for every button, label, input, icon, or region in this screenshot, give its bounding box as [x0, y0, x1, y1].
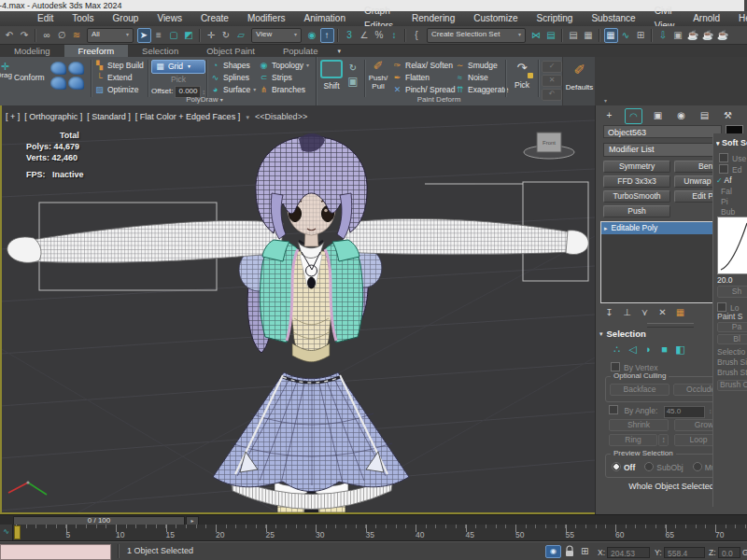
modifier-preset-button[interactable]: FFD 3x3x3 [603, 175, 670, 188]
select-and-move-icon[interactable]: ✛ [204, 28, 218, 43]
viewport-menu[interactable]: [ + ] [6, 113, 20, 122]
select-by-name-icon[interactable]: ≡ [152, 28, 166, 43]
strips-button[interactable]: ⊂Strips [259, 72, 309, 84]
viewport-canvas[interactable]: Front [0, 105, 595, 514]
extend-button[interactable]: └Extend [94, 72, 144, 84]
transform-typein-icon[interactable]: ⊞ [581, 546, 588, 556]
polygon-subobject-icon[interactable]: ■ [656, 343, 672, 355]
menu-item[interactable]: Tools [63, 11, 103, 26]
use-pivot-center-icon[interactable]: ◉ [305, 28, 319, 43]
create-selection-set-dropdown[interactable]: Create Selection Set▾ [427, 28, 526, 43]
track-bar[interactable]: ∿ 0510152025303540455055606570 [0, 525, 747, 541]
menu-item[interactable]: Modifiers [238, 11, 295, 26]
mirror-icon[interactable]: ⋈ [529, 28, 543, 43]
select-link-icon[interactable]: ∞ [40, 28, 54, 43]
conform-closest-icon[interactable] [68, 77, 84, 90]
edge-subobject-icon[interactable]: ◁ [625, 343, 641, 355]
conform-brush-icons[interactable] [49, 61, 91, 91]
menu-item[interactable]: Animation [294, 11, 354, 26]
select-and-manipulate-icon[interactable]: ↑ [320, 28, 334, 43]
paint-deform-group-label[interactable]: Paint Deform [318, 96, 559, 105]
menu-item[interactable]: Views [148, 11, 191, 26]
select-and-rotate-icon[interactable]: ↻ [219, 28, 233, 43]
angle-field[interactable]: 45.0 [664, 406, 705, 418]
panel-resize-grip[interactable] [647, 323, 694, 328]
configure-modifier-sets-icon[interactable]: ▦ [672, 307, 688, 317]
remove-modifier-icon[interactable]: ✕ [655, 307, 670, 317]
display-tab[interactable]: ▤ [697, 108, 712, 122]
step-build-button[interactable]: ▚Step Build [94, 60, 144, 72]
x-coord-field[interactable]: 204.53 [607, 547, 650, 558]
ribbon-tab[interactable]: Object Paint [192, 45, 269, 57]
window-crossing-icon[interactable]: ◩ [182, 28, 196, 43]
reference-coordinate-dropdown[interactable]: View▾ [251, 28, 302, 43]
conform-button[interactable]: Conform [14, 74, 44, 82]
ribbon-tab[interactable]: Freeform [64, 45, 129, 57]
per-view-filter-icon[interactable]: ▼ [245, 115, 250, 121]
lock-softsel-checkbox[interactable]: Lo [717, 302, 747, 313]
menu-item[interactable]: Customize [464, 11, 527, 26]
modifier-preset-button[interactable]: Push [603, 205, 670, 217]
preview-off-radio[interactable]: Off [612, 462, 635, 472]
modifier-preset-button[interactable]: Symmetry [603, 161, 670, 173]
defaults-button[interactable]: ✐ Defaults [562, 57, 596, 105]
toggle-ribbon-icon[interactable]: ▦ [604, 28, 618, 43]
unlink-selection-icon[interactable]: ∅ [55, 28, 69, 43]
exaggerate-button[interactable]: ⇈Exaggerate [455, 84, 508, 96]
drag-tool-clipped[interactable]: ✛ Drag [0, 61, 12, 102]
spinner-snap-icon[interactable]: ↕ [388, 28, 402, 43]
shrink-button[interactable]: Shrink [609, 419, 669, 431]
bind-to-space-warp-icon[interactable]: ≋ [70, 28, 84, 43]
select-and-scale-icon[interactable]: ▱ [234, 28, 248, 43]
render-arnold-icon[interactable]: ☕ [716, 28, 730, 43]
pick-deform-button[interactable]: ↷ Pick [509, 62, 535, 90]
percent-snap-icon[interactable]: % [373, 28, 387, 43]
shift-square-icon[interactable]: ▣ [346, 75, 360, 90]
motion-tab[interactable]: ◉ [673, 108, 689, 122]
element-subobject-icon[interactable]: ◧ [672, 343, 688, 355]
commit-button-disabled[interactable]: ✓ [542, 61, 562, 73]
conform-project-icon[interactable] [50, 77, 66, 90]
mini-curve-editor-icon[interactable]: ∿ [0, 525, 13, 540]
current-frame-marker[interactable] [14, 525, 21, 539]
shift-button[interactable]: Shift [319, 60, 344, 91]
z-coord-field[interactable]: 0.0 [718, 547, 740, 558]
create-tab[interactable]: + [601, 108, 617, 122]
polydraw-group-label[interactable]: PolyDraw ▾ [93, 96, 316, 105]
flatten-button[interactable]: ✒Flatten [392, 72, 455, 84]
push-pull-button[interactable]: ✐ Push/ Pull [367, 60, 389, 91]
shapes-button[interactable]: ◔Shapes [210, 60, 256, 72]
branches-button[interactable]: ⋔Branches [259, 84, 309, 96]
selection-lock-toggle[interactable] [565, 545, 574, 560]
selection-rollout-header[interactable]: ▾ Selection [599, 329, 710, 339]
menu-item[interactable]: Group [104, 11, 148, 26]
snaps-toggle-icon[interactable]: 3 [343, 28, 357, 43]
toggle-layer-explorer-icon[interactable]: ▦ [582, 28, 596, 43]
soft-selection-rollout-header[interactable]: ▾ Soft Se [716, 139, 747, 148]
rendered-frame-window-icon[interactable]: ▣ [671, 28, 685, 43]
ribbon-overflow-icon[interactable]: ▾ [331, 45, 346, 57]
shaded-face-toggle-button[interactable]: Sh [717, 286, 747, 298]
menu-item[interactable]: Arnold [684, 11, 729, 26]
undo-icon[interactable]: ↶ [3, 28, 17, 43]
edge-distance-checkbox[interactable]: Ed [719, 164, 747, 175]
optimize-button[interactable]: ▨Optimize [94, 84, 144, 96]
splines-button[interactable]: ∿Splines [210, 72, 256, 84]
ribbon-tab[interactable]: Modeling [0, 45, 64, 57]
ring-spinner[interactable]: ↕ [658, 434, 669, 446]
panel-collapse-icon[interactable]: ▾ [604, 98, 607, 105]
menu-item[interactable]: Create [191, 11, 238, 26]
expand-icon[interactable]: ▸ [604, 225, 608, 232]
pick-button-disabled[interactable]: Pick [151, 74, 205, 86]
smudge-button[interactable]: ∼Smudge [455, 60, 508, 72]
noise-button[interactable]: ≈Noise [455, 72, 508, 84]
maxscript-mini-listener[interactable] [0, 544, 111, 560]
rect-selection-region-icon[interactable]: ▢ [167, 28, 181, 43]
grid-dropdown-button[interactable]: ▦Grid▾ [151, 60, 205, 74]
ribbon-tab[interactable]: Selection [128, 45, 192, 57]
topology-button[interactable]: ◉Topology▾ [259, 60, 309, 72]
menu-item[interactable]: Edit [28, 11, 63, 26]
backface-button[interactable]: Backface [610, 384, 669, 396]
edit-named-selection-sets-icon[interactable]: { [410, 28, 424, 43]
curve-editor-icon[interactable]: ∿ [619, 28, 633, 43]
